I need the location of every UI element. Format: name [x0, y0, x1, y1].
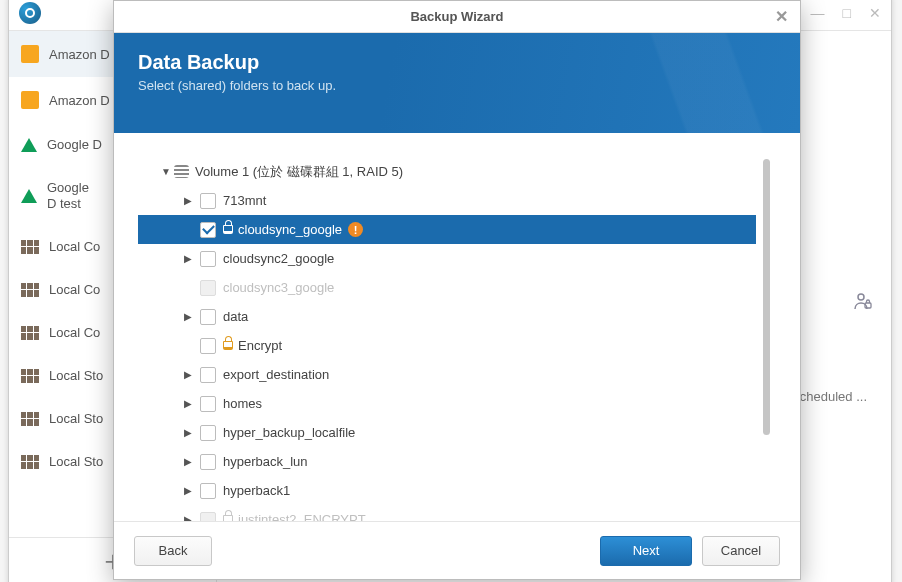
- back-button[interactable]: Back: [134, 536, 212, 566]
- tree-item-label: cloudsync_google: [238, 222, 342, 237]
- expand-icon[interactable]: ▶: [180, 311, 196, 322]
- tree-folder-row[interactable]: ▶homes: [138, 389, 756, 418]
- modal-titlebar: Backup Wizard ✕: [114, 1, 800, 33]
- scrollbar-thumb[interactable]: [763, 159, 770, 435]
- tree-item-label: cloudsync3_google: [223, 280, 334, 295]
- sidebar-item-label: Local Co: [49, 282, 100, 297]
- lock-account-icon[interactable]: [853, 291, 873, 316]
- warning-icon: !: [348, 222, 363, 237]
- tree-folder-row[interactable]: cloudsync_google!: [138, 215, 756, 244]
- lock-icon: [223, 515, 233, 521]
- local-storage-icon: [21, 455, 39, 469]
- tree-folder-row[interactable]: ▶713mnt: [138, 186, 756, 215]
- sidebar-item-label: Amazon D: [49, 93, 110, 108]
- volume-icon: [174, 165, 189, 178]
- expand-icon[interactable]: ▶: [180, 485, 196, 496]
- modal-footer: Back Next Cancel: [114, 521, 800, 579]
- tree-item-label: export_destination: [223, 367, 329, 382]
- tree-folder-row[interactable]: ▶hyper_backup_localfile: [138, 418, 756, 447]
- local-storage-icon: [21, 412, 39, 426]
- tree-folder-row[interactable]: ▶hyperback1: [138, 476, 756, 505]
- checkbox[interactable]: [200, 483, 216, 499]
- scheduled-label: scheduled ...: [793, 389, 867, 404]
- tree-item-label: Encrypt: [238, 338, 282, 353]
- checkbox: [200, 512, 216, 522]
- sidebar-item-label: GoogleD test: [47, 180, 89, 211]
- tree-item-label: justintest2_ENCRYPT: [238, 512, 366, 521]
- modal-heading: Data Backup: [138, 51, 776, 74]
- tree-item-label: data: [223, 309, 248, 324]
- local-storage-icon: [21, 326, 39, 340]
- tree-root-label: Volume 1 (位於 磁碟群組 1, RAID 5): [195, 163, 403, 181]
- backup-wizard-modal: Backup Wizard ✕ Data Backup Select (shar…: [113, 0, 801, 580]
- local-storage-icon: [21, 240, 39, 254]
- lock-icon: [223, 225, 233, 234]
- tree-item-label: hyperback_lun: [223, 454, 308, 469]
- expand-icon[interactable]: ▶: [180, 456, 196, 467]
- tree-item-label: homes: [223, 396, 262, 411]
- tree-folder-row: ▶justintest2_ENCRYPT: [138, 505, 756, 521]
- google-drive-icon: [21, 138, 37, 152]
- google-drive-icon: [21, 189, 37, 203]
- sidebar-item-label: Local Co: [49, 325, 100, 340]
- expand-icon[interactable]: ▶: [180, 253, 196, 264]
- checkbox[interactable]: [200, 222, 216, 238]
- folder-tree[interactable]: ▼Volume 1 (位於 磁碟群組 1, RAID 5)▶713mntclou…: [138, 157, 756, 521]
- tree-folder-row[interactable]: ▶export_destination: [138, 360, 756, 389]
- checkbox[interactable]: [200, 338, 216, 354]
- checkbox[interactable]: [200, 454, 216, 470]
- tree-folder-row[interactable]: ▶hyperback_lun: [138, 447, 756, 476]
- modal-title: Backup Wizard: [410, 9, 503, 24]
- tree-folder-row[interactable]: ▶data: [138, 302, 756, 331]
- tree-item-label: cloudsync2_google: [223, 251, 334, 266]
- checkbox[interactable]: [200, 396, 216, 412]
- tree-folder-row[interactable]: ▶cloudsync2_google: [138, 244, 756, 273]
- sidebar-item-label: Local Sto: [49, 411, 103, 426]
- tree-folder-row: cloudsync3_google: [138, 273, 756, 302]
- app-icon: [19, 2, 41, 24]
- checkbox[interactable]: [200, 367, 216, 383]
- minimize-button[interactable]: —: [811, 5, 825, 21]
- checkbox[interactable]: [200, 193, 216, 209]
- expand-icon[interactable]: ▶: [180, 514, 196, 521]
- expand-icon[interactable]: ▶: [180, 369, 196, 380]
- lock-icon: [223, 341, 233, 350]
- close-icon[interactable]: ✕: [775, 7, 788, 26]
- modal-subheading: Select (shared) folders to back up.: [138, 78, 776, 93]
- tree-volume-root[interactable]: ▼Volume 1 (位於 磁碟群組 1, RAID 5): [138, 157, 756, 186]
- local-storage-icon: [21, 369, 39, 383]
- window-controls: — □ ✕: [811, 5, 881, 21]
- tree-folder-row[interactable]: Encrypt: [138, 331, 756, 360]
- sidebar-item-label: Amazon D: [49, 47, 110, 62]
- tree-item-label: hyperback1: [223, 483, 290, 498]
- sidebar-item-label: Local Sto: [49, 368, 103, 383]
- expand-icon[interactable]: ▶: [180, 427, 196, 438]
- checkbox[interactable]: [200, 425, 216, 441]
- sidebar-item-label: Local Co: [49, 239, 100, 254]
- expand-icon[interactable]: ▶: [180, 398, 196, 409]
- collapse-icon[interactable]: ▼: [158, 166, 174, 177]
- maximize-button[interactable]: □: [843, 5, 851, 21]
- tree-item-label: hyper_backup_localfile: [223, 425, 355, 440]
- checkbox[interactable]: [200, 251, 216, 267]
- amazon-icon: [21, 45, 39, 63]
- checkbox: [200, 280, 216, 296]
- svg-point-0: [858, 294, 864, 300]
- sidebar-item-label: Local Sto: [49, 454, 103, 469]
- local-storage-icon: [21, 283, 39, 297]
- expand-icon[interactable]: ▶: [180, 195, 196, 206]
- modal-header: Data Backup Select (shared) folders to b…: [114, 33, 800, 133]
- sidebar-item-label: Google D: [47, 137, 102, 152]
- cancel-button[interactable]: Cancel: [702, 536, 780, 566]
- close-window-button[interactable]: ✕: [869, 5, 881, 21]
- next-button[interactable]: Next: [600, 536, 692, 566]
- tree-item-label: 713mnt: [223, 193, 266, 208]
- checkbox[interactable]: [200, 309, 216, 325]
- modal-body: ▼Volume 1 (位於 磁碟群組 1, RAID 5)▶713mntclou…: [114, 133, 800, 521]
- amazon-icon: [21, 91, 39, 109]
